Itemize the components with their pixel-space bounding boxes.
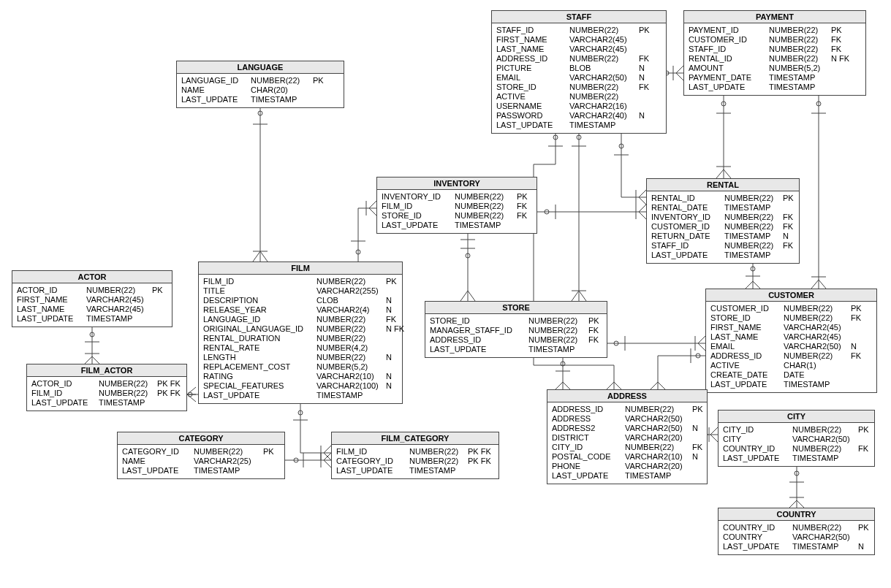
entity-columns: RENTAL_IDNUMBER(22)PKRENTAL_DATETIMESTAM… (647, 191, 799, 263)
entity-actor[interactable]: ACTORACTOR_IDNUMBER(22)PKFIRST_NAMEVARCH… (12, 270, 172, 327)
column-type: VARCHAR2(45) (86, 295, 152, 305)
entity-title: FILM (199, 262, 402, 275)
entity-film[interactable]: FILMFILM_IDNUMBER(22)PKTITLEVARCHAR2(255… (198, 261, 403, 404)
column-flags: FK (851, 313, 868, 323)
column-row: RATINGVARCHAR2(10)N (203, 372, 398, 381)
column-row: NAMECHAR(20) (181, 85, 339, 95)
column-flags (157, 398, 186, 408)
entity-store[interactable]: STORESTORE_IDNUMBER(22)PKMANAGER_STAFF_I… (425, 301, 607, 358)
column-row: CUSTOMER_IDNUMBER(22)PK (710, 304, 872, 313)
entity-inventory[interactable]: INVENTORYINVENTORY_IDNUMBER(22)PKFILM_ID… (376, 177, 537, 234)
column-type: VARCHAR2(25) (194, 457, 263, 466)
column-flags (152, 295, 168, 305)
column-row: MANAGER_STAFF_IDNUMBER(22)FK (430, 326, 602, 335)
column-row: STAFF_IDNUMBER(22)PK (496, 26, 661, 35)
column-name: RELEASE_YEAR (203, 305, 316, 315)
column-type: VARCHAR2(45) (86, 305, 152, 314)
column-flags: FK (588, 335, 604, 345)
column-flags (639, 102, 656, 111)
column-row: STORE_IDNUMBER(22)PK (430, 316, 602, 326)
column-row: LAST_UPDATETIMESTAMP (651, 251, 795, 260)
column-flags: PK (313, 76, 329, 85)
column-type: NUMBER(22) (316, 353, 386, 362)
relationship-inventory-rental (537, 205, 646, 219)
column-row: LAST_UPDATETIMESTAMP (496, 121, 661, 130)
column-name: FILM_ID (31, 389, 99, 398)
entity-columns: CATEGORY_IDNUMBER(22)PKNAMEVARCHAR2(25)L… (118, 445, 284, 478)
column-flags (386, 362, 408, 372)
column-flags: N (386, 296, 408, 305)
column-row: FILM_IDNUMBER(22)PK FK (336, 447, 494, 457)
column-type: TIMESTAMP (194, 466, 263, 476)
column-name: LAST_NAME (710, 332, 784, 342)
entity-payment[interactable]: PAYMENTPAYMENT_IDNUMBER(22)PKCUSTOMER_ID… (683, 10, 866, 96)
column-flags: N (858, 542, 874, 551)
column-name: RENTAL_DURATION (203, 334, 316, 343)
column-type: CHAR(20) (251, 85, 313, 95)
entity-language[interactable]: LANGUAGELANGUAGE_IDNUMBER(22)PKNAMECHAR(… (176, 61, 344, 108)
entity-city[interactable]: CITYCITY_IDNUMBER(22)PKCITYVARCHAR2(50)C… (718, 410, 875, 467)
column-type: VARCHAR2(45) (784, 332, 851, 342)
column-flags (851, 370, 868, 380)
column-type: VARCHAR2(50) (569, 73, 639, 83)
column-type: VARCHAR2(10) (316, 372, 386, 381)
column-row: COUNTRY_IDNUMBER(22)FK (723, 444, 870, 454)
column-flags: PK (639, 26, 656, 35)
column-flags (692, 462, 708, 471)
column-type: TIMESTAMP (316, 391, 386, 400)
relationship-film-film_category (293, 403, 331, 460)
entity-staff[interactable]: STAFFSTAFF_IDNUMBER(22)PKFIRST_NAMEVARCH… (491, 10, 667, 134)
column-name: LANGUAGE_ID (181, 76, 251, 85)
entity-customer[interactable]: CUSTOMERCUSTOMER_IDNUMBER(22)PKSTORE_IDN… (705, 289, 877, 393)
relationship-actor-film_actor (85, 324, 99, 364)
column-flags: FK (517, 211, 533, 221)
column-flags (831, 83, 856, 92)
column-name: EMAIL (496, 73, 569, 83)
column-type: NUMBER(22) (409, 457, 468, 466)
column-row: PAYMENT_IDNUMBER(22)PK (689, 26, 861, 35)
column-row: LAST_UPDATETIMESTAMP (181, 95, 339, 104)
entity-film_category[interactable]: FILM_CATEGORYFILM_IDNUMBER(22)PK FKCATEG… (331, 432, 499, 479)
column-type: NUMBER(22) (792, 425, 858, 435)
column-flags: FK (783, 222, 799, 232)
entity-country[interactable]: COUNTRYCOUNTRY_IDNUMBER(22)PKCOUNTRYVARC… (718, 508, 875, 555)
entity-rental[interactable]: RENTALRENTAL_IDNUMBER(22)PKRENTAL_DATETI… (646, 178, 800, 264)
column-flags: FK (517, 202, 533, 211)
column-name: ACTOR_ID (31, 379, 99, 389)
relationship-category-film_category (285, 453, 331, 467)
column-type: NUMBER(22) (784, 304, 851, 313)
column-type: NUMBER(22) (769, 26, 831, 35)
entity-category[interactable]: CATEGORYCATEGORY_IDNUMBER(22)PKNAMEVARCH… (117, 432, 285, 479)
entity-title: CITY (719, 411, 874, 423)
column-name: RENTAL_RATE (203, 343, 316, 353)
column-type: NUMBER(22) (724, 222, 783, 232)
column-type: VARCHAR2(10) (625, 452, 692, 462)
column-type: TIMESTAMP (569, 121, 639, 130)
entity-columns: STAFF_IDNUMBER(22)PKFIRST_NAMEVARCHAR2(4… (492, 23, 666, 133)
column-type: NUMBER(22) (316, 324, 386, 334)
column-row: INVENTORY_IDNUMBER(22)PK (382, 192, 532, 202)
column-flags: N (386, 381, 408, 391)
column-type: NUMBER(22) (194, 447, 263, 457)
entity-film_actor[interactable]: FILM_ACTORACTOR_IDNUMBER(22)PK FKFILM_ID… (26, 364, 187, 411)
column-type: BLOB (569, 64, 639, 73)
column-name: AMOUNT (689, 64, 769, 73)
column-type: NUMBER(22) (569, 83, 639, 92)
relationship-customer-address (651, 348, 705, 389)
column-flags: PK FK (157, 389, 186, 398)
column-name: ADDRESS_ID (552, 405, 625, 414)
column-row: LANGUAGE_IDNUMBER(22)FK (203, 315, 398, 324)
column-name: EMAIL (710, 342, 784, 351)
entity-address[interactable]: ADDRESSADDRESS_IDNUMBER(22)PKADDRESSVARC… (547, 389, 708, 484)
column-name: PHONE (552, 462, 625, 471)
entity-columns: FILM_IDNUMBER(22)PK FKCATEGORY_IDNUMBER(… (332, 445, 498, 478)
column-flags (851, 380, 868, 389)
column-flags: FK (783, 241, 799, 251)
entity-title: LANGUAGE (177, 61, 344, 74)
column-row: FIRST_NAMEVARCHAR2(45) (496, 35, 661, 45)
column-row: EMAILVARCHAR2(50)N (496, 73, 661, 83)
column-row: REPLACEMENT_COSTNUMBER(5,2) (203, 362, 398, 372)
column-name: ADDRESS (552, 414, 625, 424)
entity-columns: INVENTORY_IDNUMBER(22)PKFILM_IDNUMBER(22… (377, 190, 537, 233)
column-type: VARCHAR2(45) (569, 35, 639, 45)
